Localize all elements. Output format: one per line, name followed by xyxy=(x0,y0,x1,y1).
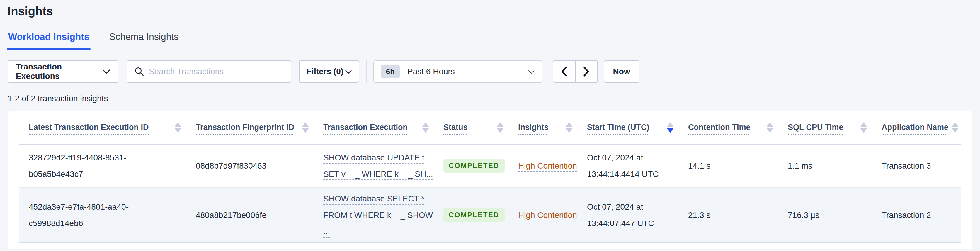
insights-cell: High Contention xyxy=(509,188,578,243)
tab-workload-insights[interactable]: Workload Insights xyxy=(8,31,90,49)
status-cell: COMPLETED xyxy=(434,188,509,243)
fingerprint-id-cell: 480a8b217be006fe xyxy=(186,188,314,243)
sort-icon xyxy=(175,122,181,133)
column-header-contention-time[interactable]: Contention Time xyxy=(679,111,778,144)
filters-button[interactable]: Filters (0) xyxy=(299,60,359,83)
column-header-sql-cpu-time[interactable]: SQL CPU Time xyxy=(778,111,872,144)
insights-page: Insights Workload Insights Schema Insigh… xyxy=(0,0,980,249)
transaction-query-link[interactable]: SHOW database SELECT * xyxy=(323,194,424,203)
high-contention-link[interactable]: High Contention xyxy=(518,158,577,174)
tab-bar: Workload Insights Schema Insights xyxy=(8,31,972,49)
latest-execution-id-cell: 328729d2-ff19-4408-8531-b05a5b4e43c7 xyxy=(19,145,186,187)
high-contention-link[interactable]: High Contention xyxy=(518,207,577,224)
sql-cpu-time-cell: 1.1 ms xyxy=(778,145,872,187)
chevron-down-icon xyxy=(528,67,535,76)
status-badge: COMPLETED xyxy=(444,159,505,173)
sql-cpu-time-cell: 716.3 µs xyxy=(778,188,872,243)
search-icon xyxy=(134,67,144,77)
chevron-down-icon xyxy=(103,67,110,76)
time-nav-group xyxy=(553,60,598,83)
now-button-label: Now xyxy=(613,67,630,76)
chevron-left-icon xyxy=(561,67,567,77)
start-time-cell: Oct 07, 2024 at 13:44:14.4414 UTC xyxy=(578,145,679,187)
status-badge: COMPLETED xyxy=(444,208,505,222)
tab-schema-insights[interactable]: Schema Insights xyxy=(109,31,179,49)
table-row: 328729d2-ff19-4408-8531-b05a5b4e43c7 08d… xyxy=(19,145,961,188)
search-input[interactable] xyxy=(149,67,284,76)
transaction-query-link[interactable]: SET v = _ WHERE k = _ SH... xyxy=(323,169,433,179)
sort-icon xyxy=(422,122,429,133)
status-cell: COMPLETED xyxy=(434,145,509,187)
search-box xyxy=(127,60,291,83)
sort-icon xyxy=(497,122,503,133)
time-range-label: Past 6 Hours xyxy=(407,67,528,76)
latest-execution-id-cell: 452da3e7-e7fa-4801-aa40-c59988d14eb6 xyxy=(19,188,186,243)
sort-icon xyxy=(302,122,309,133)
sort-icon xyxy=(861,122,867,133)
previous-time-window-button[interactable] xyxy=(553,60,576,83)
sort-desc-icon xyxy=(667,122,673,133)
start-time-cell: Oct 07, 2024 at 13:44:07.447 UTC xyxy=(578,188,679,243)
chevron-right-icon xyxy=(584,67,589,77)
transaction-query-link[interactable]: SHOW database UPDATE t xyxy=(323,153,424,162)
column-header-transaction-execution[interactable]: Transaction Execution xyxy=(314,111,434,144)
fingerprint-id-cell: 08d8b7d97f830463 xyxy=(186,145,314,187)
chevron-down-icon xyxy=(345,67,352,76)
results-summary: 1-2 of 2 transaction insights xyxy=(8,94,972,103)
sort-icon xyxy=(767,122,773,133)
application-name-cell: Transaction 3 xyxy=(872,145,961,187)
execution-type-dropdown-label: Transaction Executions xyxy=(16,62,103,81)
filters-button-label: Filters (0) xyxy=(307,67,344,76)
transaction-execution-cell: SHOW database UPDATE t SET v = _ WHERE k… xyxy=(314,145,434,187)
time-range-picker[interactable]: 6h Past 6 Hours xyxy=(373,60,542,83)
column-header-insights[interactable]: Insights xyxy=(509,111,578,144)
transaction-execution-cell: SHOW database SELECT * FROM t WHERE k = … xyxy=(314,188,434,243)
transaction-query-link[interactable]: FROM t WHERE k = _ SHOW xyxy=(323,211,433,220)
column-header-status[interactable]: Status xyxy=(434,111,509,144)
next-time-window-button[interactable] xyxy=(575,60,598,83)
column-header-start-time[interactable]: Start Time (UTC) xyxy=(578,111,679,144)
insights-cell: High Contention xyxy=(509,145,578,187)
time-range-badge: 6h xyxy=(381,65,400,78)
controls-row: Transaction Executions Filters (0) 6h Pa… xyxy=(8,60,972,83)
application-name-cell: Transaction 2 xyxy=(872,188,961,243)
sort-icon xyxy=(566,122,572,133)
insights-table-card: Latest Transaction Execution ID Transact… xyxy=(8,111,972,249)
table-header-row: Latest Transaction Execution ID Transact… xyxy=(19,111,961,145)
now-button[interactable]: Now xyxy=(604,60,640,83)
contention-time-cell: 21.3 s xyxy=(679,188,778,243)
page-title: Insights xyxy=(8,0,972,18)
column-header-transaction-fingerprint-id[interactable]: Transaction Fingerprint ID xyxy=(186,111,314,144)
table-row: 452da3e7-e7fa-4801-aa40-c59988d14eb6 480… xyxy=(19,188,961,243)
column-header-application-name[interactable]: Application Name xyxy=(872,111,961,144)
column-header-latest-transaction-execution-id[interactable]: Latest Transaction Execution ID xyxy=(19,111,186,144)
controls-divider xyxy=(366,60,367,83)
sort-icon xyxy=(952,122,958,133)
execution-type-dropdown[interactable]: Transaction Executions xyxy=(8,60,118,83)
transaction-query-link[interactable]: ... xyxy=(323,227,330,236)
contention-time-cell: 14.1 s xyxy=(679,145,778,187)
